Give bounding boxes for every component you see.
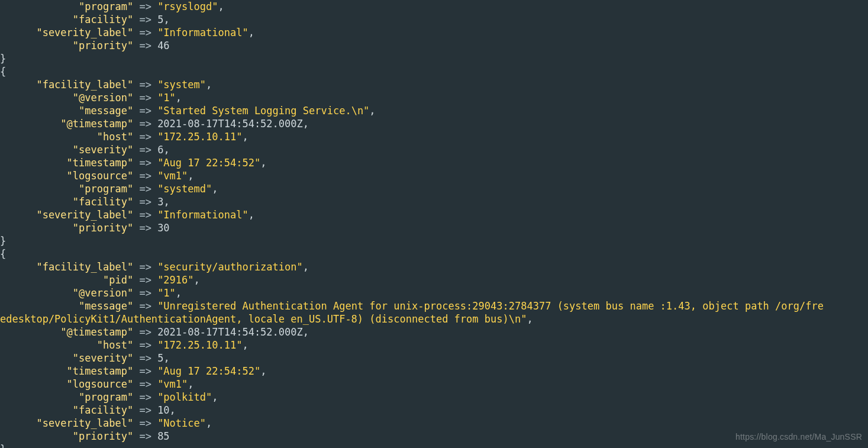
close-brace: } <box>0 52 824 65</box>
log-field: "message" => "Started System Logging Ser… <box>0 104 824 117</box>
log-field: "host" => "172.25.10.11", <box>0 339 824 352</box>
log-field: "severity_label" => "Informational", <box>0 208 824 221</box>
log-field: "priority" => 30 <box>0 221 824 234</box>
log-field: "priority" => 46 <box>0 39 824 52</box>
log-field: "facility_label" => "security/authorizat… <box>0 260 824 273</box>
log-field: "host" => "172.25.10.11", <box>0 130 824 143</box>
log-field: "@version" => "1", <box>0 286 824 299</box>
log-field: "facility_label" => "system", <box>0 78 824 91</box>
log-field: "severity_label" => "Informational", <box>0 26 824 39</box>
log-field: "severity" => 6, <box>0 143 824 156</box>
log-field: "timestamp" => "Aug 17 22:54:52", <box>0 365 824 378</box>
close-brace: } <box>0 443 824 448</box>
log-field: "@timestamp" => 2021-08-17T14:54:52.000Z… <box>0 325 824 339</box>
log-field: "severity_label" => "Notice", <box>0 417 824 430</box>
log-field: "@version" => "1", <box>0 91 824 104</box>
log-field: "facility" => 10, <box>0 404 824 417</box>
log-field: "facility" => 5, <box>0 13 824 26</box>
log-field: "pid" => "2916", <box>0 273 824 286</box>
log-field: "facility" => 3, <box>0 195 824 208</box>
log-field-continuation: edesktop/PolicyKit1/AuthenticationAgent,… <box>0 312 824 325</box>
open-brace: { <box>0 65 824 78</box>
log-field: "program" => "polkitd", <box>0 391 824 404</box>
open-brace: { <box>0 247 824 260</box>
log-field: "program" => "rsyslogd", <box>0 0 824 13</box>
terminal-output[interactable]: "program" => "rsyslogd", "facility" => 5… <box>0 0 824 448</box>
log-field: "severity" => 5, <box>0 352 824 365</box>
log-field: "logsource" => "vm1", <box>0 378 824 391</box>
watermark-text: https://blog.csdn.net/Ma_JunSSR <box>735 430 862 443</box>
log-field: "program" => "systemd", <box>0 182 824 195</box>
log-field: "priority" => 85 <box>0 430 824 443</box>
log-field: "@timestamp" => 2021-08-17T14:54:52.000Z… <box>0 117 824 130</box>
log-field: "logsource" => "vm1", <box>0 169 824 182</box>
log-field: "timestamp" => "Aug 17 22:54:52", <box>0 156 824 169</box>
close-brace: } <box>0 234 824 247</box>
log-field: "message" => "Unregistered Authenticatio… <box>0 299 824 312</box>
